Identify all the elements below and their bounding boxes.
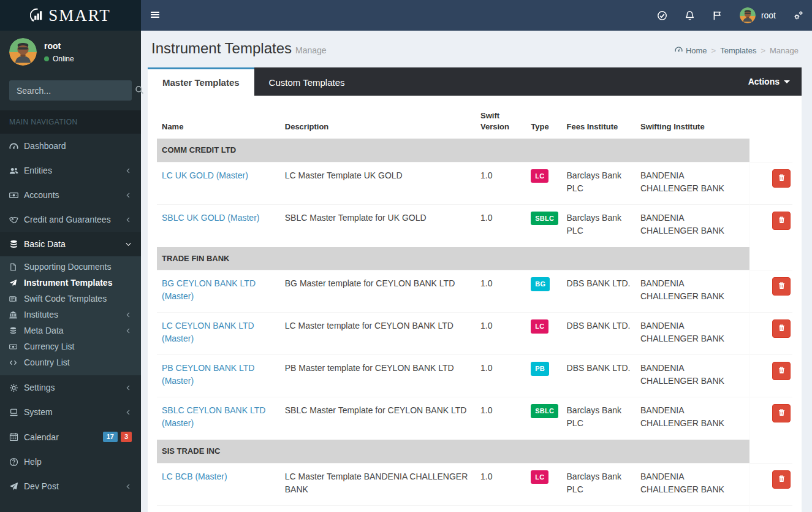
database-icon (9, 327, 24, 335)
brand-name: SMART (48, 6, 110, 25)
cell-swift-version: 1.0 (476, 313, 526, 355)
sidebar-toggle-button[interactable] (141, 0, 169, 31)
template-link[interactable]: LC CEYLON BANK LTD (Master) (162, 321, 254, 343)
delete-button[interactable] (772, 169, 791, 188)
cell-actions (749, 463, 792, 505)
sidebar-item-calendar[interactable]: Calendar173 (0, 424, 141, 449)
cell-actions (749, 162, 792, 204)
column-header-description: Description (280, 104, 476, 139)
delete-button[interactable] (772, 362, 791, 380)
sidebar-item-label: Meta Data (24, 326, 64, 335)
delete-button[interactable] (772, 319, 791, 338)
sidebar-item-instrument-templates[interactable]: Instrument Templates (0, 275, 141, 291)
sidebar-item-supporting-documents[interactable]: Supporting Documents (0, 259, 141, 275)
trash-icon (778, 408, 786, 418)
sidebar-item-help[interactable]: Help (0, 449, 141, 474)
user-status[interactable]: Online (44, 55, 74, 63)
cell-swift-version: 1.0 (476, 397, 526, 440)
actions-dropdown-button[interactable]: Actions (737, 67, 802, 96)
sidebar-item-label: Calendar (24, 432, 59, 442)
brand-chart-icon (30, 8, 44, 23)
settings-cogs-icon[interactable] (784, 0, 812, 31)
sidebar-item-settings[interactable]: Settings (0, 375, 141, 400)
cell-fees-institute: Barclays Bank PLC (562, 463, 636, 505)
calendar-badge: 3 (121, 432, 132, 442)
tab-strip: Master TemplatesCustom TemplatesActions (148, 67, 802, 96)
cell-name: LC BCB (Master) (157, 463, 280, 505)
search-button[interactable] (135, 80, 144, 101)
group-row-spacer (749, 139, 792, 162)
sidebar-item-dev-post[interactable]: Dev Post (0, 474, 141, 499)
template-row: LC BCB (Master)LC Master Template BANDEN… (157, 463, 792, 505)
trash-icon (778, 366, 786, 376)
check-circle-icon[interactable] (648, 0, 676, 31)
template-link[interactable]: PB CEYLON BANK LTD (Master) (162, 363, 254, 386)
content-header: Instrument TemplatesManage Home>Template… (141, 31, 812, 57)
chevron-left-icon (125, 192, 132, 199)
breadcrumb-separator: > (761, 46, 765, 55)
sidebar-item-country-list[interactable]: Country List (0, 354, 141, 370)
cell-fees-institute: DBS BANK LTD. (562, 505, 636, 512)
search-input[interactable] (9, 80, 135, 101)
template-link[interactable]: BG CEYLON BANK LTD (Master) (162, 278, 256, 301)
breadcrumb-item-home[interactable]: Home (675, 45, 707, 55)
sidebar-item-label: Accounts (24, 190, 59, 200)
sidebar-item-institutes[interactable]: Institutes (0, 307, 141, 323)
cell-name: LC CEYLON BANK LTD (Master) (157, 313, 280, 355)
sidebar-item-label: Dev Post (24, 481, 59, 491)
template-row: LC UK GOLD (Master)LC Master Template UK… (157, 162, 792, 204)
sidebar-item-basic-data[interactable]: Basic Data (0, 232, 141, 256)
navbar-user-menu[interactable]: root (731, 0, 784, 31)
sidebar-item-label: Credit and Guarantees (24, 215, 111, 224)
delete-button[interactable] (772, 212, 791, 230)
cell-fees-institute: DBS BANK LTD. (562, 355, 636, 397)
sidebar-item-label: Instrument Templates (24, 278, 112, 288)
cell-swift-version: 1.0 (476, 463, 526, 505)
sidebar-item-entities[interactable]: Entities (0, 158, 141, 183)
group-row-spacer (749, 246, 792, 270)
content: Instrument TemplatesManage Home>Template… (141, 0, 812, 512)
breadcrumb-item-templates[interactable]: Templates (720, 46, 756, 55)
online-dot-icon (44, 56, 49, 61)
banknote-icon (9, 343, 24, 351)
sidebar-item-currency-list[interactable]: Currency List (0, 338, 141, 354)
top-navbar: root (141, 0, 812, 31)
group-row: SIS TRADE INC (157, 440, 792, 464)
sidebar-item-swift-code-templates[interactable]: Swift Code Templates (0, 291, 141, 307)
group-name: TRADE FIN BANK (157, 246, 749, 270)
cell-type: PB (526, 355, 561, 397)
type-badge: LC (531, 169, 548, 183)
template-link[interactable]: LC BCB (Master) (162, 472, 227, 481)
tab-custom-templates[interactable]: Custom Templates (254, 67, 360, 96)
cell-type: PB (526, 505, 561, 512)
delete-button[interactable] (772, 277, 791, 296)
cell-swift-version: 1.0 (476, 204, 526, 246)
cell-type: LC (526, 162, 561, 204)
template-link[interactable]: SBLC UK GOLD (Master) (162, 213, 259, 223)
sidebar-item-meta-data[interactable]: Meta Data (0, 323, 141, 338)
template-link[interactable]: LC UK GOLD (Master) (162, 170, 248, 180)
delete-button[interactable] (772, 404, 791, 422)
sidebar-item-dashboard[interactable]: Dashboard (0, 134, 141, 158)
sidebar-item-label: Settings (24, 383, 55, 392)
calendar-icon (9, 432, 24, 441)
cell-fees-institute: DBS BANK LTD. (562, 270, 636, 313)
flag-icon[interactable] (704, 0, 731, 31)
cell-name: PB BCB (Master) (157, 505, 280, 512)
tab-master-templates[interactable]: Master Templates (148, 67, 254, 96)
delete-button[interactable] (772, 470, 791, 489)
template-row: SBLC CEYLON BANK LTD (Master)SBLC Master… (157, 397, 792, 440)
notifications-bell-icon[interactable] (676, 0, 704, 31)
cell-swifting-institute: BANDENIA CHALLENGER BANK (636, 355, 749, 397)
brand-logo[interactable]: SMART (0, 0, 141, 31)
sidebar-item-system[interactable]: System (0, 400, 141, 424)
column-header-type: Type (526, 104, 561, 139)
user-status-label: Online (53, 55, 74, 63)
template-link[interactable]: SBLC CEYLON BANK LTD (Master) (162, 405, 265, 428)
question-icon (9, 457, 24, 467)
cell-actions (749, 270, 792, 313)
cell-fees-institute: Barclays Bank PLC (562, 204, 636, 246)
tab-content: NameDescriptionSwift VersionTypeFees Ins… (148, 96, 802, 512)
sidebar-item-accounts[interactable]: Accounts (0, 183, 141, 207)
sidebar-item-credit-and-guarantees[interactable]: Credit and Guarantees (0, 207, 141, 232)
